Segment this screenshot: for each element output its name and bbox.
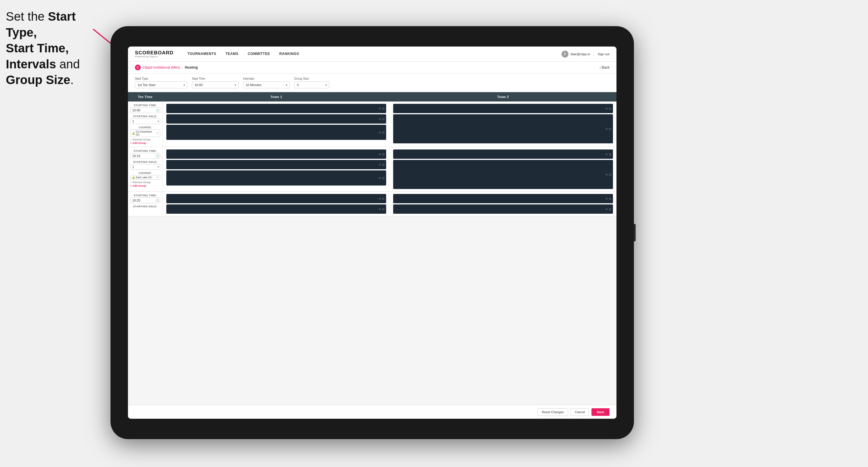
starting-time-input-wrap-3: 🕐 [130, 197, 160, 203]
t2-slot-x-2b[interactable]: ✕ [606, 173, 608, 176]
breadcrumb: C Clippd Invitational (Men) › Hosting [135, 65, 198, 70]
breadcrumb-tournament[interactable]: Clippd Invitational (Men) [143, 65, 180, 69]
intervals-select[interactable]: 10 Minutes 8 Minutes 12 Minutes [243, 82, 290, 88]
team2-slot-1b[interactable]: ✕ ⊡ [393, 114, 613, 143]
t1-slot-expand-2a[interactable]: ⊡ [382, 153, 384, 156]
starting-time-input-wrap-2: 🕐 [130, 153, 160, 159]
team2-slot-2b[interactable]: ✕ ⊡ [393, 160, 613, 189]
save-button[interactable]: Save [591, 408, 610, 416]
nav-committee[interactable]: COMMITTEE [243, 46, 275, 62]
team2-slot-3a[interactable]: ✕ ⊡ [393, 194, 613, 203]
starting-time-label-1: STARTING TIME: [130, 104, 160, 107]
t1-slot-expand-3a[interactable]: ⊡ [382, 197, 384, 200]
annotation-bold-start-type: Start Type, [6, 9, 75, 39]
add-group-btn-2[interactable]: + Add Group [130, 184, 160, 187]
team1-slot-3b[interactable]: ✕ ⊡ [166, 205, 386, 214]
th-team1: Team 1 [163, 92, 390, 101]
add-group-btn-1[interactable]: + Add Group [130, 142, 160, 145]
th-tee-time: Tee Time [128, 92, 163, 101]
start-type-group: Start Type 1st Tee Start Shotgun [135, 77, 187, 88]
team1-slot-1c-actions: ✕ ⊡ [379, 131, 384, 134]
t1-slot-x-3a[interactable]: ✕ [379, 197, 381, 200]
clock-icon-1: 🕐 [156, 109, 159, 112]
team1-slot-1a-actions: ✕ ⊡ [379, 107, 384, 110]
start-type-select[interactable]: 1st Tee Start Shotgun [135, 82, 187, 88]
remove-group-label-2: Remove Group [133, 181, 150, 184]
course-remove-1[interactable]: ✕ [156, 132, 159, 135]
t1-slot-expand-2b[interactable]: ⊡ [382, 163, 384, 166]
t1-slot-x-2c[interactable]: ✕ [379, 177, 381, 180]
t1-slot-x-3b[interactable]: ✕ [379, 208, 381, 211]
nav-tournaments[interactable]: TOURNAMENTS [183, 46, 221, 62]
t2-slot-expand-1a[interactable]: ⊡ [609, 107, 611, 110]
user-avatar: B [561, 51, 568, 58]
team2-slot-2a[interactable]: ✕ ⊡ [393, 150, 613, 159]
t1-slot-expand-2c[interactable]: ⊡ [382, 177, 384, 180]
nav-teams[interactable]: TEAMS [221, 46, 243, 62]
starting-hole-label-1: STARTING HOLE: [130, 115, 160, 118]
t1-slot-expand-3b[interactable]: ⊡ [382, 208, 384, 211]
remove-group-btn-1[interactable]: ○ Remove Group [130, 138, 160, 141]
starting-hole-label-3: STARTING HOLE: [130, 205, 160, 208]
team1-slot-1b-actions: ✕ ⊡ [379, 118, 384, 121]
t2-slot-x-3b[interactable]: ✕ [606, 208, 608, 211]
hole-select-wrap-2: 110 [130, 164, 160, 170]
t2-slot-expand-2a[interactable]: ⊡ [609, 153, 611, 156]
slot-expand-icon-1b[interactable]: ⊡ [382, 118, 384, 121]
logo-subtitle: Powered by clipp.io [135, 55, 174, 58]
group-row-1: STARTING TIME: 🕐 STARTING HOLE: 110 COUR… [128, 101, 617, 147]
course-remove-2[interactable]: ✕ [156, 176, 159, 179]
t2-slot-x-1a[interactable]: ✕ [606, 107, 608, 110]
start-time-select[interactable]: 10:00 09:00 11:00 [192, 82, 239, 88]
t2-slot-expand-3a[interactable]: ⊡ [609, 197, 611, 200]
th-team2: Team 2 [390, 92, 617, 101]
slot-expand-icon-1c[interactable]: ⊡ [382, 131, 384, 134]
team1-slot-2a-actions: ✕ ⊡ [379, 153, 384, 156]
team1-slot-2a[interactable]: ✕ ⊡ [166, 150, 386, 159]
team1-slot-1c[interactable]: ✕ ⊡ [166, 125, 386, 140]
back-button[interactable]: ‹ Back [599, 65, 610, 69]
team2-slot-3a-actions: ✕ ⊡ [606, 197, 611, 200]
slot-x-icon-1c[interactable]: ✕ [379, 131, 381, 134]
course-label-1: COURSE: [130, 126, 160, 129]
team1-slot-2b[interactable]: ✕ ⊡ [166, 160, 386, 169]
clock-icon-2: 🕐 [156, 154, 159, 158]
hole-select-1[interactable]: 110 [130, 118, 160, 124]
team1-slot-2c-actions: ✕ ⊡ [379, 177, 384, 180]
team1-slot-1a[interactable]: ✕ ⊡ [166, 104, 386, 113]
sign-out-link[interactable]: Sign out [598, 52, 610, 56]
t1-slot-x-2b[interactable]: ✕ [379, 163, 381, 166]
team2-slot-3b[interactable]: ✕ ⊡ [393, 205, 613, 214]
team1-slot-3a[interactable]: ✕ ⊡ [166, 194, 386, 203]
starting-hole-label-2: STARTING HOLE: [130, 160, 160, 163]
team2-slot-2b-actions: ✕ ⊡ [606, 173, 611, 176]
annotation-bold-intervals: Intervals [6, 57, 56, 71]
team2-slot-1a[interactable]: ✕ ⊡ [393, 104, 613, 113]
clock-icon-3: 🕐 [156, 199, 159, 202]
remove-group-icon-1: ○ [130, 138, 132, 141]
team1-slot-3a-actions: ✕ ⊡ [379, 197, 384, 200]
t2-slot-expand-3b[interactable]: ⊡ [609, 208, 611, 211]
course-name-1: (A) Peachtree GC [136, 130, 156, 136]
t2-slot-x-2a[interactable]: ✕ [606, 153, 608, 156]
t2-slot-expand-1b[interactable]: ⊡ [609, 127, 611, 130]
hole-select-2[interactable]: 110 [130, 164, 160, 170]
start-time-select-wrapper: 10:00 09:00 11:00 [192, 82, 239, 88]
t2-slot-x-1b[interactable]: ✕ [606, 127, 608, 130]
team1-slot-2c[interactable]: ✕ ⊡ [166, 170, 386, 186]
reset-changes-button[interactable]: Reset Changes [537, 408, 568, 416]
slot-expand-icon[interactable]: ⊡ [382, 107, 384, 110]
tee-time-col-3: STARTING TIME: 🕐 STARTING HOLE: [128, 192, 163, 216]
t1-slot-x-2a[interactable]: ✕ [379, 153, 381, 156]
t2-slot-x-3a[interactable]: ✕ [606, 197, 608, 200]
team1-slot-1b[interactable]: ✕ ⊡ [166, 114, 386, 124]
slot-x-icon[interactable]: ✕ [379, 107, 381, 110]
nav-divider: | [593, 52, 594, 56]
cancel-button[interactable]: Cancel [570, 408, 589, 416]
slot-x-icon-1b[interactable]: ✕ [379, 118, 381, 121]
t2-slot-expand-2b[interactable]: ⊡ [609, 173, 611, 176]
group-size-select[interactable]: 3 2 4 [294, 82, 329, 88]
remove-group-btn-2[interactable]: ○ Remove Group [130, 181, 160, 184]
nav-rankings[interactable]: RANKINGS [275, 46, 304, 62]
team2-col-3: ✕ ⊡ ✕ ⊡ [390, 192, 617, 216]
